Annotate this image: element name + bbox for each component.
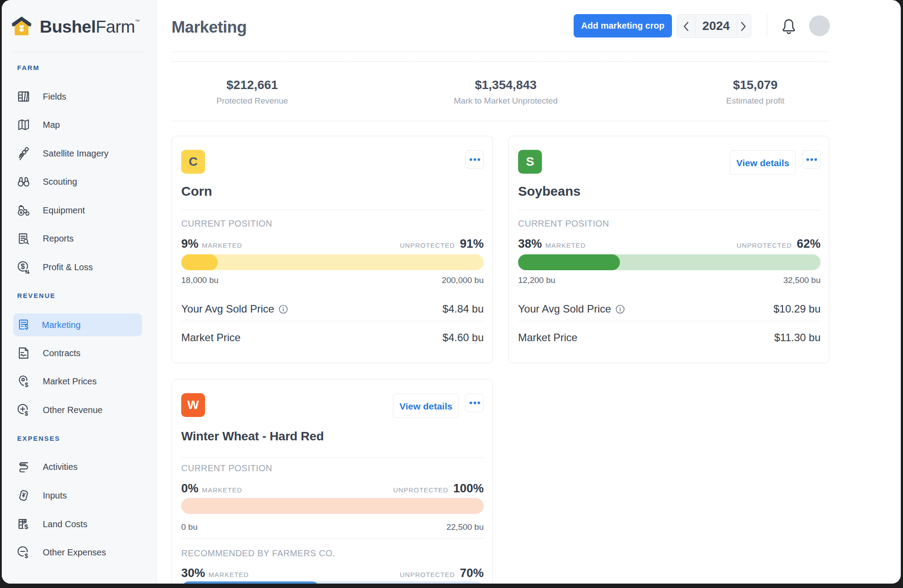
svg-text:$: $: [25, 410, 28, 417]
svg-text:$: $: [25, 381, 28, 388]
svg-text:$: $: [24, 523, 28, 530]
svg-text:$: $: [25, 552, 28, 559]
svg-text:$: $: [21, 262, 25, 270]
